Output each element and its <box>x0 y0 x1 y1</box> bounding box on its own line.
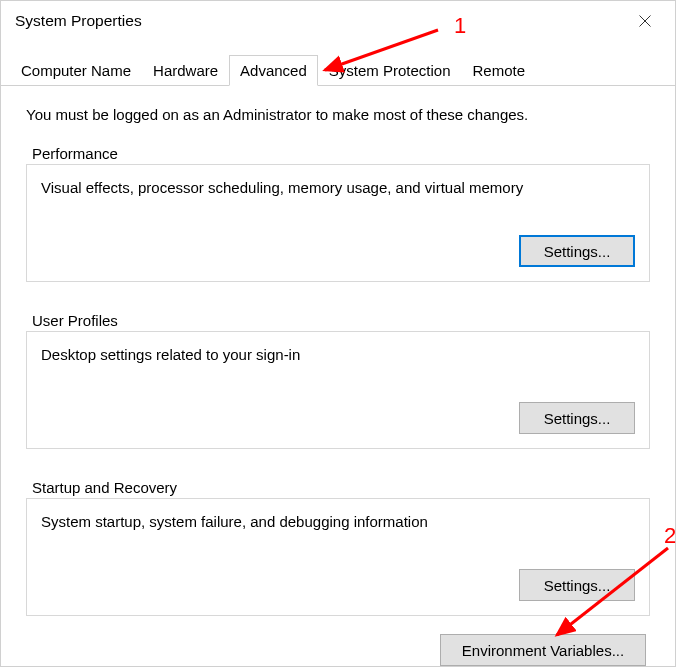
performance-title: Performance <box>26 145 650 162</box>
tab-system-protection[interactable]: System Protection <box>318 55 462 85</box>
system-properties-window: System Properties Computer Name Hardware… <box>0 0 676 667</box>
performance-settings-button[interactable]: Settings... <box>519 235 635 267</box>
close-icon <box>639 15 651 27</box>
tab-advanced[interactable]: Advanced <box>229 55 318 86</box>
startup-recovery-settings-button[interactable]: Settings... <box>519 569 635 601</box>
startup-recovery-desc: System startup, system failure, and debu… <box>41 513 635 530</box>
startup-recovery-box: System startup, system failure, and debu… <box>26 498 650 616</box>
user-profiles-settings-button[interactable]: Settings... <box>519 402 635 434</box>
close-button[interactable] <box>629 5 661 37</box>
window-title: System Properties <box>15 12 142 30</box>
performance-desc: Visual effects, processor scheduling, me… <box>41 179 635 196</box>
tab-remote[interactable]: Remote <box>462 55 537 85</box>
user-profiles-box: Desktop settings related to your sign-in… <box>26 331 650 449</box>
env-button-row: Environment Variables... <box>26 634 650 666</box>
performance-section: Performance Visual effects, processor sc… <box>26 145 650 282</box>
tab-bar: Computer Name Hardware Advanced System P… <box>1 55 675 86</box>
user-profiles-title: User Profiles <box>26 312 650 329</box>
performance-box: Visual effects, processor scheduling, me… <box>26 164 650 282</box>
startup-recovery-section: Startup and Recovery System startup, sys… <box>26 479 650 616</box>
titlebar: System Properties <box>1 1 675 41</box>
tab-hardware[interactable]: Hardware <box>142 55 229 85</box>
tab-computer-name[interactable]: Computer Name <box>10 55 142 85</box>
tab-content-advanced: You must be logged on as an Administrato… <box>1 86 675 667</box>
user-profiles-section: User Profiles Desktop settings related t… <box>26 312 650 449</box>
admin-note: You must be logged on as an Administrato… <box>26 106 650 123</box>
environment-variables-button[interactable]: Environment Variables... <box>440 634 646 666</box>
user-profiles-desc: Desktop settings related to your sign-in <box>41 346 635 363</box>
startup-recovery-title: Startup and Recovery <box>26 479 650 496</box>
